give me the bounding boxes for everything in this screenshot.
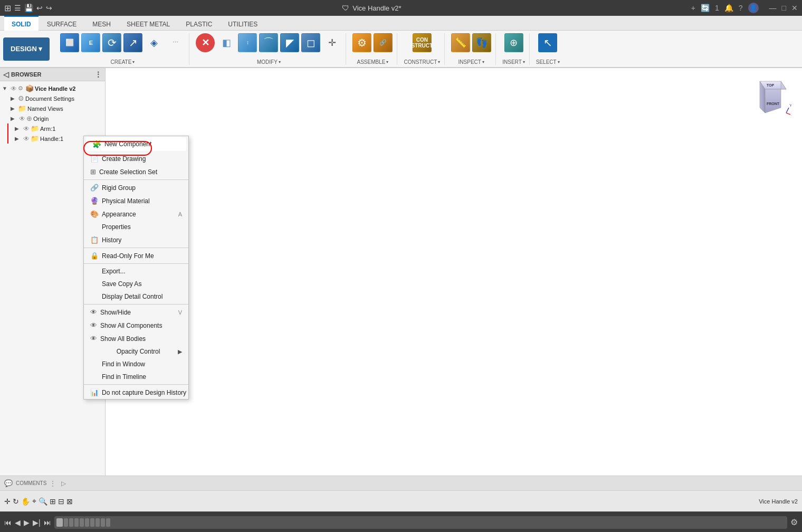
create-label[interactable]: CREATE ▾ [111, 59, 135, 65]
timeline-track[interactable] [54, 516, 787, 529]
menu-item-new-component[interactable]: 🧩 New Component [86, 137, 186, 151]
tab-solid[interactable]: SOLID [4, 16, 39, 31]
browser-options-icon[interactable]: ⋮ [94, 70, 102, 79]
more-create-icon[interactable]: ⋯ [166, 33, 185, 52]
chamfer-icon[interactable]: ◤ [280, 33, 299, 52]
grid-icon[interactable]: ⊟ [58, 497, 64, 506]
avatar-icon[interactable]: 👤 [748, 3, 759, 13]
zoom-icon[interactable]: 🔍 [39, 497, 47, 506]
viewport[interactable]: TOP FRONT Y X [106, 68, 802, 476]
undo-icon[interactable]: ↩ [36, 4, 43, 12]
timeline-first-btn[interactable]: ⏮ [4, 518, 12, 527]
tab-mesh[interactable]: MESH [85, 16, 118, 31]
inspect-label[interactable]: INSPECT ▾ [459, 59, 484, 65]
menu-item-export[interactable]: Export... [84, 265, 188, 278]
menu-item-appearance[interactable]: 🎨 Appearance A [84, 207, 188, 221]
modify-label[interactable]: MODIFY ▾ [257, 59, 281, 65]
menu-item-physical-material[interactable]: 🔮 Physical Material [84, 194, 188, 207]
loft-icon[interactable]: ◈ [145, 33, 164, 52]
app-grid-icon[interactable]: ⊞ [4, 3, 11, 13]
user-icon[interactable]: 1 [715, 4, 719, 12]
new-body-icon[interactable]: ⬜ [60, 33, 79, 52]
maximize-btn[interactable]: □ [782, 4, 786, 12]
select-icon[interactable]: ↖ [538, 33, 557, 52]
insert-label[interactable]: INSERT ▾ [502, 59, 525, 65]
stitch-icon[interactable]: ◧ [217, 33, 236, 52]
menu-item-read-only[interactable]: 🔒 Read-Only For Me [84, 249, 188, 262]
bell-icon[interactable]: 🔔 [724, 4, 733, 12]
close-btn[interactable]: ✕ [791, 4, 798, 12]
browser-collapse-icon[interactable]: ◁ [3, 70, 9, 79]
tab-plastic[interactable]: PLASTIC [178, 16, 219, 31]
menu-item-show-all-components[interactable]: 👁 Show All Components [84, 319, 188, 332]
tab-surface[interactable]: SURFACE [40, 16, 84, 31]
tree-expand-doc[interactable]: ▶ [11, 96, 17, 101]
timeline-play-btn[interactable]: ▶ [24, 518, 30, 527]
sweep-icon[interactable]: ↗ [123, 33, 142, 52]
help-icon[interactable]: ? [739, 4, 743, 12]
tab-sheet-metal[interactable]: SHEET METAL [119, 16, 177, 31]
timeline-settings-icon[interactable]: ⚙ [790, 517, 798, 527]
tree-expand-origin[interactable]: ▶ [11, 116, 17, 121]
pan-icon[interactable]: ✛ [4, 497, 11, 506]
add-tab-btn[interactable]: + [691, 4, 695, 12]
menu-item-show-hide[interactable]: 👁 Show/Hide V [84, 306, 188, 319]
gear-root-icon[interactable]: ⚙ [18, 85, 23, 92]
menu-item-create-drawing[interactable]: 📄 Create Drawing [84, 152, 188, 165]
tree-item-named-views[interactable]: ▶ 📁 Named Views [7, 103, 105, 113]
menu-item-find-window[interactable]: Find in Window [84, 358, 188, 370]
eye-arm-icon[interactable]: 👁 [23, 125, 30, 132]
comments-icon[interactable]: 💬 [4, 479, 13, 487]
tree-item-origin[interactable]: ▶ 👁 ⊕ Origin [7, 113, 105, 124]
tree-expand-arm[interactable]: ▶ [15, 126, 21, 131]
assemble-label[interactable]: ASSEMBLE ▾ [357, 59, 389, 65]
insert-icon[interactable]: ⊕ [504, 33, 523, 52]
sync-icon[interactable]: 🔄 [701, 4, 710, 12]
inspect-2-icon[interactable]: 👣 [472, 33, 491, 52]
tree-item-doc-settings[interactable]: ▶ ⚙ Document Settings [7, 93, 105, 103]
shell-icon[interactable]: ◻ [301, 33, 320, 52]
revolve-icon[interactable]: ⟳ [102, 33, 121, 52]
construct-label[interactable]: CONSTRUCT ▾ [404, 59, 440, 65]
timeline-last-btn[interactable]: ⏭ [44, 518, 51, 527]
menu-item-find-timeline[interactable]: Find in Timeline [84, 370, 188, 383]
timeline-prev-btn[interactable]: ◀ [15, 518, 21, 527]
construct-icon[interactable]: CONSTRUCT [413, 33, 432, 52]
menu-item-properties[interactable]: Properties [84, 221, 188, 233]
delete-icon[interactable]: ✕ [196, 33, 215, 52]
zoom-fit-icon[interactable]: ⌖ [32, 497, 36, 506]
redo-icon[interactable]: ↪ [46, 4, 52, 12]
menu-item-history[interactable]: 📋 History [84, 233, 188, 246]
display-icon[interactable]: ⊠ [66, 497, 73, 506]
hand-icon[interactable]: ✋ [21, 497, 30, 506]
eye-root-icon[interactable]: 👁 [11, 85, 17, 92]
joint-icon[interactable]: 🔗 [374, 33, 393, 52]
move-icon[interactable]: ✛ [322, 33, 341, 52]
menu-item-show-all-bodies[interactable]: 👁 Show All Bodies [84, 332, 188, 345]
tree-expand-handle[interactable]: ▶ [15, 136, 21, 141]
menu-item-display-detail[interactable]: Display Detail Control [84, 290, 188, 303]
view-options-icon[interactable]: ⊞ [50, 497, 56, 506]
inspect-icon[interactable]: 📏 [451, 33, 470, 52]
tree-expand-named[interactable]: ▶ [11, 106, 17, 111]
menu-item-do-not-capture[interactable]: 📊 Do not capture Design History [84, 386, 188, 399]
view-cube[interactable]: TOP FRONT Y X [749, 79, 791, 121]
comments-collapse-icon[interactable]: ▷ [61, 480, 66, 487]
fillet-icon[interactable]: ⌒ [259, 33, 278, 52]
design-button[interactable]: DESIGN ▾ [3, 37, 50, 61]
select-label[interactable]: SELECT ▾ [536, 59, 560, 65]
tab-utilities[interactable]: UTILITIES [221, 16, 265, 31]
menu-item-create-selection-set[interactable]: ⊞ Create Selection Set [84, 165, 188, 178]
tree-item-arm[interactable]: ▶ 👁 📁 Arm:1 [7, 124, 105, 134]
save-icon[interactable]: 💾 [24, 4, 33, 12]
timeline-next-btn[interactable]: ▶| [33, 518, 41, 527]
timeline-thumb[interactable] [56, 518, 63, 527]
eye-origin-icon[interactable]: 👁 [19, 115, 25, 122]
assemble-icon[interactable]: ⚙ [352, 33, 371, 52]
orbit-icon[interactable]: ↻ [13, 497, 19, 506]
menu-item-opacity-control[interactable]: Opacity Control ▶ [84, 345, 188, 358]
eye-handle-icon[interactable]: 👁 [23, 135, 30, 142]
press-pull-icon[interactable]: ↕ [238, 33, 257, 52]
menu-item-save-copy-as[interactable]: Save Copy As [84, 278, 188, 290]
minimize-btn[interactable]: — [769, 4, 777, 12]
